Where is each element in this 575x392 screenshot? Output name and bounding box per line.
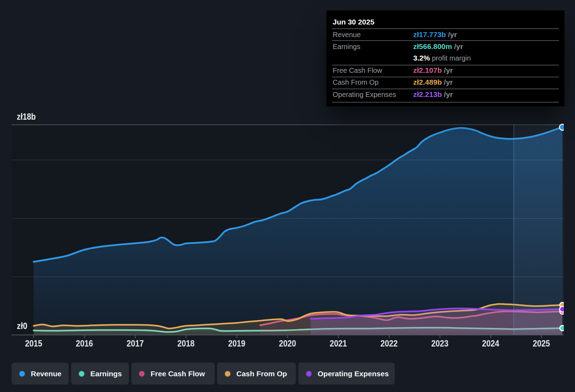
svg-text:2017: 2017	[127, 338, 144, 348]
svg-text:2018: 2018	[178, 338, 195, 348]
svg-text:2025: 2025	[533, 338, 550, 348]
svg-text:2024: 2024	[482, 338, 499, 348]
svg-text:2016: 2016	[76, 338, 93, 348]
svg-text:2023: 2023	[431, 338, 449, 348]
svg-text:2021: 2021	[330, 338, 347, 348]
svg-text:2020: 2020	[279, 338, 296, 348]
svg-text:2015: 2015	[25, 338, 42, 348]
svg-text:2022: 2022	[381, 338, 398, 348]
svg-text:2019: 2019	[228, 338, 245, 348]
svg-text:zł0: zł0	[17, 321, 27, 331]
svg-text:zł18b: zł18b	[17, 112, 36, 121]
